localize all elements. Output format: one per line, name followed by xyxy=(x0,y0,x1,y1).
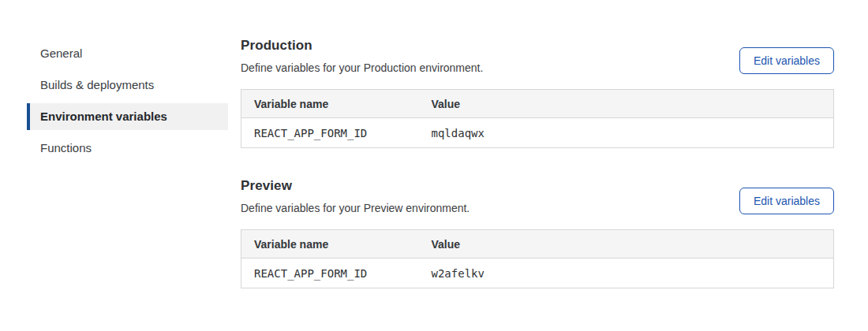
variable-name-cell: REACT_APP_FORM_ID xyxy=(241,118,419,148)
column-header-value: Value xyxy=(419,90,834,118)
column-header-value: Value xyxy=(419,230,834,258)
table-header-row: Variable name Value xyxy=(241,230,834,258)
edit-variables-button-preview[interactable]: Edit variables xyxy=(739,188,834,214)
environment-variables-page: General Builds & deployments Environment… xyxy=(0,0,868,331)
table-row: REACT_APP_FORM_ID w2afelkv xyxy=(241,258,834,288)
table-header-row: Variable name Value xyxy=(241,90,834,118)
production-section: Production Define variables for your Pro… xyxy=(241,38,834,148)
table-row: REACT_APP_FORM_ID mqldaqwx xyxy=(241,118,834,148)
preview-section: Preview Define variables for your Previe… xyxy=(241,178,834,288)
variable-name-cell: REACT_APP_FORM_ID xyxy=(241,258,419,288)
variable-value-cell: mqldaqwx xyxy=(419,118,834,148)
preview-variables-table: Variable name Value REACT_APP_FORM_ID w2… xyxy=(241,229,834,288)
variable-value-cell: w2afelkv xyxy=(419,258,834,288)
column-header-variable-name: Variable name xyxy=(241,90,419,118)
production-header-text: Production Define variables for your Pro… xyxy=(241,38,483,74)
sidebar-item-builds-deployments[interactable]: Builds & deployments xyxy=(27,72,228,99)
preview-section-title: Preview xyxy=(241,178,470,194)
preview-section-header: Preview Define variables for your Previe… xyxy=(241,178,834,214)
production-section-description: Define variables for your Production env… xyxy=(241,61,483,74)
sidebar-item-general[interactable]: General xyxy=(27,40,228,67)
production-section-title: Production xyxy=(241,38,483,54)
production-section-header: Production Define variables for your Pro… xyxy=(241,38,834,74)
column-header-variable-name: Variable name xyxy=(241,230,419,258)
main-content: Production Define variables for your Pro… xyxy=(241,38,834,331)
settings-sidebar: General Builds & deployments Environment… xyxy=(27,40,228,331)
production-variables-table: Variable name Value REACT_APP_FORM_ID mq… xyxy=(241,89,834,148)
sidebar-item-environment-variables[interactable]: Environment variables xyxy=(27,103,228,130)
preview-section-description: Define variables for your Preview enviro… xyxy=(241,202,470,214)
sidebar-item-functions[interactable]: Functions xyxy=(27,135,228,162)
preview-header-text: Preview Define variables for your Previe… xyxy=(241,178,470,214)
edit-variables-button-production[interactable]: Edit variables xyxy=(739,47,834,74)
